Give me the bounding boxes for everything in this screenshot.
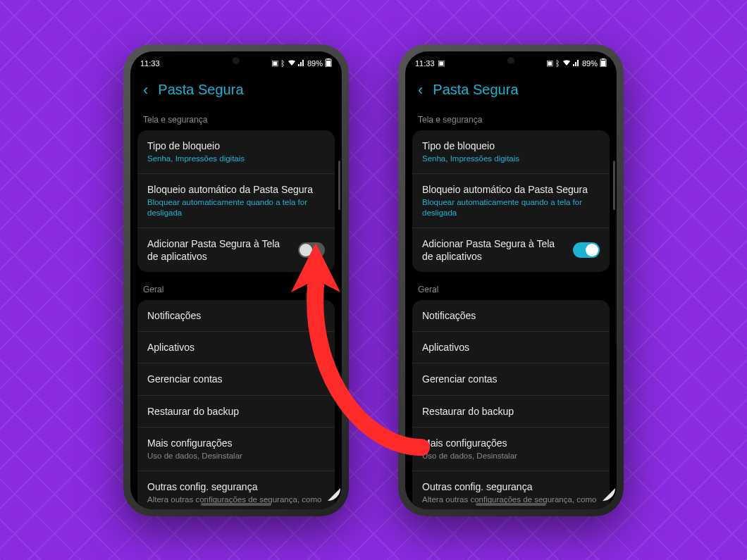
row-auto-lock[interactable]: Bloqueio automático da Pasta Segura Bloq… [412,174,610,228]
wifi-icon [562,59,571,68]
toggle-add-to-apps[interactable] [298,242,325,258]
card-security: Tipo de bloqueio Senha, Impressões digit… [412,130,610,273]
battery-percent: 89% [307,59,323,68]
battery-icon [325,58,332,68]
svg-rect-1 [326,61,331,66]
row-title: Notificações [422,309,600,322]
section-label-general: Geral [137,280,335,300]
row-title: Outras config. segurança [422,480,600,493]
section-label-security: Tela e segurança [412,111,610,130]
card-general: Notificações Aplicativos Gerenciar conta… [412,300,610,509]
row-title: Mais configurações [422,437,600,449]
row-title: Notificações [147,309,325,322]
row-lock-type[interactable]: Tipo de bloqueio Senha, Impressões digit… [137,130,335,174]
row-apps[interactable]: Aplicativos [137,332,335,363]
bluetooth-icon: ᛒ [280,59,285,68]
phone-right: 11:33 ▣ ▣ ᛒ 89% [398,44,624,516]
phone-screen: 11:33 ▣ ᛒ 89% ‹ [130,51,342,509]
row-accounts[interactable]: Gerenciar contas [137,363,335,395]
home-indicator[interactable] [476,503,546,506]
volte-icon: ▣ [546,58,553,68]
battery-percent: 89% [582,59,598,68]
row-subtitle: Uso de dados, Desinstalar [422,451,600,461]
section-label-general: Geral [412,280,610,300]
toggle-add-to-apps[interactable] [573,242,600,258]
scrollbar[interactable] [613,161,615,210]
phone-screen: 11:33 ▣ ▣ ᛒ 89% [405,51,617,509]
row-title: Adicionar Pasta Segura à Tela de aplicat… [147,237,290,263]
battery-icon [600,58,607,68]
phones-container: 11:33 ▣ ᛒ 89% ‹ [123,44,624,516]
row-title: Bloqueio automático da Pasta Segura [422,183,600,196]
row-restore[interactable]: Restaurar do backup [137,396,335,428]
row-subtitle: Uso de dados, Desinstalar [147,451,325,461]
row-title: Aplicativos [147,341,325,354]
back-button[interactable]: ‹ [414,81,427,99]
page-curl-icon [603,488,615,501]
row-add-to-apps[interactable]: Adicionar Pasta Segura à Tela de aplicat… [137,228,335,272]
camera-notch [233,57,240,64]
row-apps[interactable]: Aplicativos [412,332,610,363]
row-lock-type[interactable]: Tipo de bloqueio Senha, Impressões digit… [412,130,610,174]
page-header: ‹ Pasta Segura [130,71,342,111]
card-security: Tipo de bloqueio Senha, Impressões digit… [137,130,335,273]
row-more-settings[interactable]: Mais configurações Uso de dados, Desinst… [137,428,335,471]
row-notifications[interactable]: Notificações [137,300,335,332]
signal-icon [298,59,305,68]
row-title: Gerenciar contas [147,373,325,385]
row-title: Gerenciar contas [422,373,600,385]
status-time: 11:33 [140,59,160,68]
row-title: Aplicativos [422,341,600,354]
page-header: ‹ Pasta Segura [405,71,617,111]
row-more-settings[interactable]: Mais configurações Uso de dados, Desinst… [412,428,610,471]
back-button[interactable]: ‹ [139,81,152,99]
svg-rect-4 [601,61,605,66]
home-indicator[interactable] [201,503,271,506]
page-title: Pasta Segura [433,82,518,98]
row-auto-lock[interactable]: Bloqueio automático da Pasta Segura Bloq… [137,174,335,228]
row-title: Tipo de bloqueio [422,139,600,152]
row-subtitle: Senha, Impressões digitais [147,154,325,164]
row-title: Restaurar do backup [422,405,600,418]
card-general: Notificações Aplicativos Gerenciar conta… [137,300,335,509]
scrollbar[interactable] [338,161,340,210]
phone-left: 11:33 ▣ ᛒ 89% ‹ [123,44,349,516]
section-label-security: Tela e segurança [137,111,335,130]
wifi-icon [288,59,296,68]
svg-rect-2 [327,58,330,60]
page-curl-icon [328,488,340,501]
volte-icon: ▣ [271,58,278,68]
row-title: Bloqueio automático da Pasta Segura [147,183,325,196]
row-title: Restaurar do backup [147,405,325,418]
screenshot-icon: ▣ [438,58,445,68]
row-title: Tipo de bloqueio [147,139,325,152]
signal-icon [573,59,580,68]
row-notifications[interactable]: Notificações [412,300,610,332]
row-title: Outras config. segurança [147,480,325,493]
status-time: 11:33 [415,59,435,68]
row-restore[interactable]: Restaurar do backup [412,396,610,428]
page-title: Pasta Segura [158,82,243,98]
row-subtitle: Senha, Impressões digitais [422,154,600,164]
row-subtitle: Bloquear automaticamente quando a tela f… [147,197,325,218]
bluetooth-icon: ᛒ [555,59,560,68]
row-subtitle: Bloquear automaticamente quando a tela f… [422,197,600,218]
row-accounts[interactable]: Gerenciar contas [412,363,610,395]
row-title: Adicionar Pasta Segura à Tela de aplicat… [422,237,564,263]
row-title: Mais configurações [147,437,325,449]
row-add-to-apps[interactable]: Adicionar Pasta Segura à Tela de aplicat… [412,228,610,272]
svg-rect-5 [602,58,605,60]
camera-notch [507,57,514,64]
